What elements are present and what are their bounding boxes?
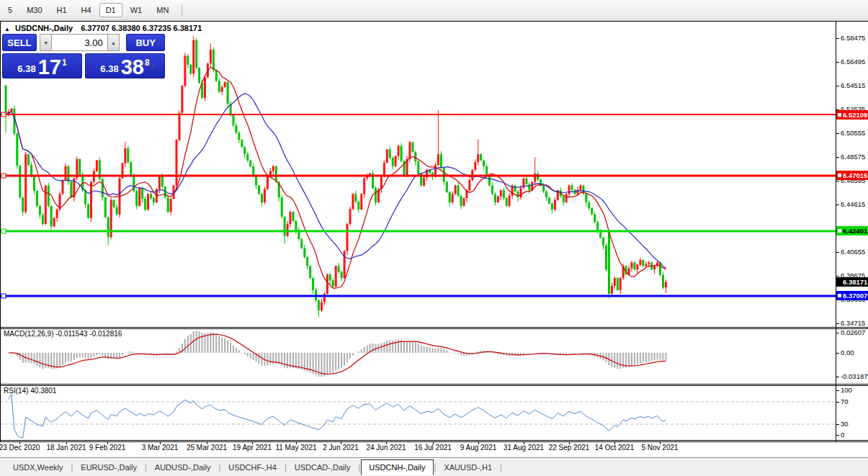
macd-canvas[interactable] (0, 329, 836, 384)
tab-separator: | (358, 463, 360, 472)
date-axis-label[interactable]: 25 Mar 2021 (187, 444, 227, 452)
chart-tab-xauusd-h1[interactable]: XAUUSD-,H1 (437, 460, 499, 475)
candle-body (218, 81, 220, 91)
date-axis-label[interactable]: 31 Aug 2021 (504, 444, 544, 452)
chart-tab-usdx-weekly[interactable]: USDX,Weekly (6, 460, 70, 475)
line-handle[interactable] (1, 112, 6, 117)
rsi-canvas[interactable] (0, 386, 836, 440)
candle-body (104, 197, 107, 217)
chart-tab-audusd-daily[interactable]: AUDUSD-,Daily (148, 460, 218, 475)
candle-body (184, 55, 186, 86)
timeframe-button-h4[interactable]: H4 (75, 3, 98, 17)
candle-body (292, 212, 295, 221)
candle-body (224, 82, 226, 87)
collapse-indicator-icon[interactable]: ▲ (4, 26, 10, 32)
candle-body (357, 202, 359, 210)
candle-body (309, 266, 311, 278)
candle-body (514, 186, 516, 192)
candle-body (434, 165, 437, 176)
tab-separator: | (145, 463, 147, 472)
timeframe-button-w1[interactable]: W1 (124, 3, 149, 17)
date-axis-label[interactable]: 9 Aug 2021 (460, 444, 497, 452)
date-axis-label[interactable]: 19 Apr 2021 (233, 444, 272, 452)
candle-body (30, 165, 32, 176)
price-axis-label[interactable]: 6.34715 (841, 319, 868, 327)
volume-input[interactable]: 3.00 (52, 34, 107, 51)
date-axis-label[interactable]: 9 Feb 2021 (89, 444, 126, 452)
panel-separator[interactable] (0, 327, 868, 328)
candle-body (645, 264, 647, 266)
chart-tab-usdchf-h4[interactable]: USDCHF-,H4 (221, 460, 284, 475)
price-axis-label[interactable]: 6.44615 (841, 200, 868, 208)
timeframe-toolbar: 5M30H1H4D1W1MN (0, 0, 868, 20)
rsi-axis-label: 100 (841, 386, 868, 394)
candle-body (306, 257, 308, 266)
date-axis-label[interactable]: 22 Sep 2021 (549, 444, 590, 452)
candle-body (349, 209, 352, 224)
candle-body (446, 182, 448, 192)
candle-body (16, 134, 18, 166)
candle-body (585, 194, 587, 202)
buy-button[interactable]: BUY (126, 34, 165, 51)
price-axis-tick (836, 276, 839, 277)
chart-tab-usdcad-daily[interactable]: USDCAD-,Daily (287, 460, 358, 475)
price-axis-tick (836, 205, 839, 205)
macd-axis-tick (836, 333, 839, 333)
macd-axis-label: 0.02607 (841, 328, 868, 336)
price-axis-label[interactable]: 6.56495 (841, 58, 868, 66)
candle-body (27, 154, 30, 165)
volume-increase-button[interactable]: ▲ (107, 34, 120, 51)
timeframe-button-mn[interactable]: MN (150, 3, 175, 17)
date-axis-label[interactable]: 14 Oct 2021 (595, 444, 634, 452)
macd-signal-line (9, 334, 666, 374)
chart-tab-usdcnh-daily[interactable]: USDCNH-,Daily (361, 459, 433, 475)
timeframe-button-5[interactable]: 5 (1, 3, 19, 17)
chart-title: ▲ USDCNH-,Daily 6.37707 6.38380 6.37235 … (4, 24, 202, 32)
ma-fast-line[interactable] (6, 68, 666, 289)
panel-separator[interactable] (0, 384, 868, 385)
sell-price-display[interactable]: 6.38 17 1 (2, 53, 82, 78)
price-axis-label[interactable]: 6.54515 (841, 81, 868, 89)
volume-decrease-button[interactable]: ▼ (40, 34, 53, 51)
candle-body (617, 278, 619, 290)
candle-body (571, 186, 573, 190)
date-axis-label[interactable]: 5 Nov 2021 (641, 444, 678, 452)
line-handle[interactable] (1, 229, 6, 233)
candle-body (455, 186, 457, 194)
price-axis-label[interactable]: 6.48575 (841, 153, 868, 161)
panel-separator[interactable] (0, 385, 868, 386)
candle-body (577, 189, 579, 194)
date-axis-label[interactable]: 23 Dec 2020 (0, 444, 40, 452)
date-axis-label[interactable]: 11 May 2021 (275, 444, 316, 452)
price-axis-label[interactable]: 6.58475 (841, 34, 868, 42)
date-axis-label[interactable]: 24 Jun 2021 (366, 444, 406, 452)
candle-body (468, 180, 470, 190)
timeframe-button-m30[interactable]: M30 (20, 3, 48, 17)
price-axis-label[interactable]: 6.50555 (841, 129, 868, 137)
timeframe-button-d1[interactable]: D1 (99, 3, 122, 17)
line-handle[interactable] (1, 174, 6, 178)
panel-separator[interactable] (0, 440, 868, 441)
candle-body (408, 143, 411, 159)
chart-tab-eurusd-daily[interactable]: EURUSD-,Daily (73, 460, 144, 475)
date-axis-label[interactable]: 16 Jul 2021 (414, 444, 452, 452)
panel-separator[interactable] (0, 328, 868, 329)
price-axis-label[interactable]: 6.40655 (841, 248, 868, 256)
date-axis-label[interactable]: 18 Jan 2021 (46, 444, 86, 452)
timeframe-button-h1[interactable]: H1 (50, 3, 73, 17)
rsi-axis-tick (836, 402, 839, 403)
buy-price-prefix: 6.38 (100, 63, 118, 74)
ma-slow-line[interactable] (6, 94, 666, 269)
candle-body (90, 182, 92, 218)
candle-body (153, 198, 155, 202)
date-axis-label[interactable]: 2 Jun 2021 (323, 444, 359, 452)
sell-button[interactable]: SELL (2, 34, 37, 51)
date-axis-label[interactable]: 3 Mar 2021 (142, 444, 179, 452)
candle-body (639, 260, 641, 265)
candle-body (70, 182, 72, 198)
candle-body (591, 208, 593, 214)
line-handle[interactable] (1, 294, 6, 298)
current-price-badge: 6.38171 (836, 277, 868, 287)
chart-tab-bar: USDX,Weekly|EURUSD-,Daily|AUDUSD-,Daily|… (0, 457, 868, 476)
candle-body (491, 186, 493, 194)
